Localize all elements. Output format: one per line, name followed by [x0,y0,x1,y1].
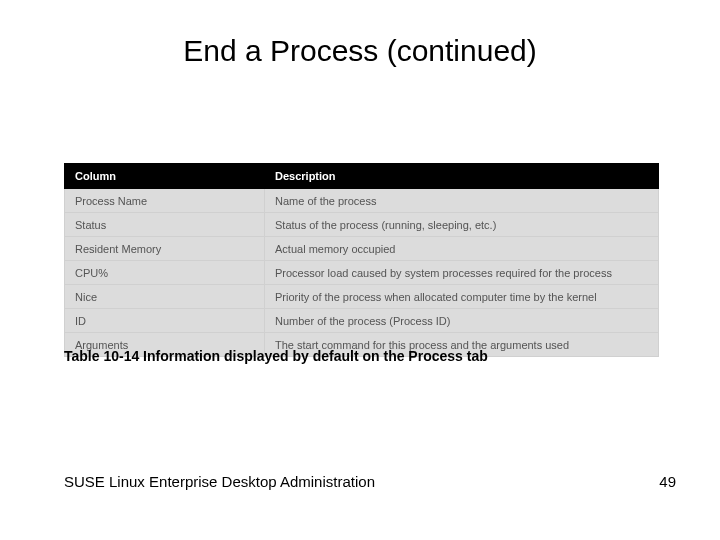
table-row: CPU% Processor load caused by system pro… [65,261,659,285]
table-row: Status Status of the process (running, s… [65,213,659,237]
cell-column: Resident Memory [65,237,265,261]
process-columns-table: Column Description Process Name Name of … [64,163,659,357]
cell-column: CPU% [65,261,265,285]
cell-description: Actual memory occupied [265,237,659,261]
cell-description: Number of the process (Process ID) [265,309,659,333]
cell-description: Status of the process (running, sleeping… [265,213,659,237]
cell-description: Name of the process [265,189,659,213]
cell-column: ID [65,309,265,333]
cell-column: Process Name [65,189,265,213]
table-row: Nice Priority of the process when alloca… [65,285,659,309]
col-header-column: Column [65,164,265,189]
cell-column: Nice [65,285,265,309]
page-title: End a Process (continued) [0,34,720,68]
table-header-row: Column Description [65,164,659,189]
footer-title: SUSE Linux Enterprise Desktop Administra… [64,473,375,490]
col-header-description: Description [265,164,659,189]
slide: End a Process (continued) Column Descrip… [0,0,720,540]
table-row: Resident Memory Actual memory occupied [65,237,659,261]
table-caption: Table 10-14 Information displayed by def… [64,348,488,364]
page-number: 49 [659,473,676,490]
table: Column Description Process Name Name of … [64,163,659,357]
table-row: ID Number of the process (Process ID) [65,309,659,333]
table-row: Process Name Name of the process [65,189,659,213]
cell-column: Status [65,213,265,237]
cell-description: Priority of the process when allocated c… [265,285,659,309]
cell-description: Processor load caused by system processe… [265,261,659,285]
